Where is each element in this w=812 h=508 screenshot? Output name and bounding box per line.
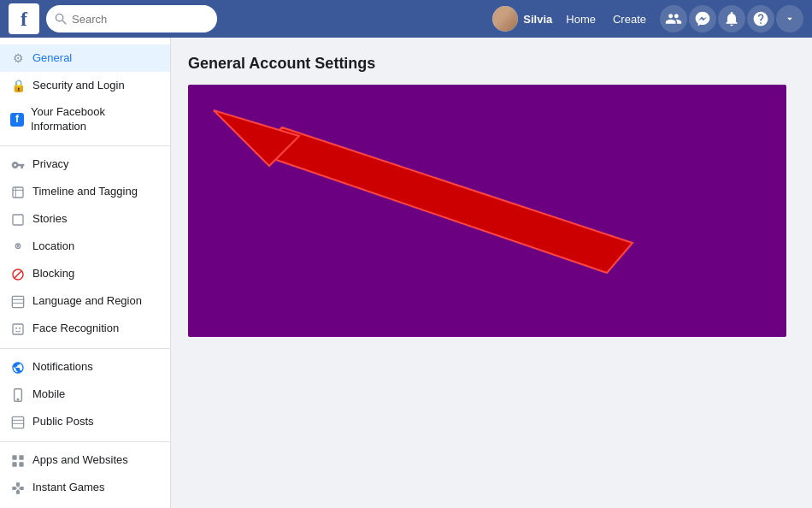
sidebar-divider-3 <box>0 441 170 442</box>
sidebar-item-language[interactable]: Language and Region <box>0 288 170 316</box>
svg-rect-20 <box>19 455 23 459</box>
notifications-icon[interactable] <box>718 5 745 32</box>
globe-icon <box>10 360 26 375</box>
games-icon <box>10 481 26 496</box>
top-navigation: f Silvia Home Create <box>0 0 812 38</box>
user-name: Silvia <box>523 13 552 26</box>
sidebar-item-location[interactable]: Location <box>0 233 170 261</box>
sidebar-item-mobile[interactable]: Mobile <box>0 381 170 409</box>
search-bar[interactable] <box>46 5 217 32</box>
sidebar-item-label: Location <box>32 239 74 254</box>
main-content: General Account Settings <box>171 38 812 508</box>
sidebar-item-stories[interactable]: Stories <box>0 206 170 233</box>
sidebar-item-label: Your Facebook Information <box>31 105 160 134</box>
sidebar-item-timeline[interactable]: Timeline and Tagging <box>0 179 170 206</box>
apps-icon <box>10 453 26 469</box>
facebook-logo[interactable]: f <box>9 3 39 34</box>
sidebar-item-label: General <box>32 51 72 66</box>
location-icon <box>10 239 26 255</box>
page-layout: ⚙ General 🔒 Security and Login f Your Fa… <box>0 38 812 508</box>
svg-rect-22 <box>19 462 23 466</box>
nav-links: Home Create <box>559 9 653 29</box>
language-icon <box>10 294 26 310</box>
lock-icon: 🔒 <box>10 78 26 93</box>
sidebar-item-label: Timeline and Tagging <box>32 185 138 199</box>
red-arrow <box>188 85 786 337</box>
topnav-icons <box>660 5 803 32</box>
user-profile-nav[interactable]: Silvia <box>492 6 552 32</box>
svg-point-13 <box>19 327 21 328</box>
sidebar-item-label: Mobile <box>32 387 65 402</box>
sidebar-item-label: Privacy <box>32 157 69 172</box>
sidebar-item-apps[interactable]: Apps and Websites <box>0 447 170 475</box>
svg-point-12 <box>15 327 17 328</box>
sidebar-divider-1 <box>0 145 170 146</box>
svg-point-0 <box>56 14 62 21</box>
facebook-info-icon: f <box>10 113 24 127</box>
svg-rect-2 <box>13 187 23 198</box>
avatar <box>492 6 518 32</box>
sidebar-item-instant-games[interactable]: Instant Games <box>0 475 170 502</box>
sidebar-item-label: Face Recognition <box>32 322 119 336</box>
svg-point-7 <box>17 245 18 246</box>
account-menu-icon[interactable] <box>776 5 803 32</box>
svg-rect-16 <box>12 416 23 428</box>
sidebar-item-business[interactable]: Business Integrations <box>0 502 170 508</box>
content-area <box>188 85 786 337</box>
svg-rect-19 <box>12 455 16 459</box>
svg-rect-11 <box>13 324 23 334</box>
svg-rect-8 <box>12 296 23 307</box>
blocking-icon <box>10 267 26 282</box>
sidebar-item-blocking[interactable]: Blocking <box>0 261 170 288</box>
search-input[interactable] <box>72 13 200 26</box>
sidebar-item-public-posts[interactable]: Public Posts <box>0 409 170 436</box>
fb-letter: f <box>21 8 27 31</box>
sidebar-item-general[interactable]: ⚙ General <box>0 44 170 72</box>
svg-line-1 <box>62 21 66 24</box>
sidebar-item-label: Blocking <box>32 267 74 281</box>
sidebar-item-label: Instant Games <box>32 481 105 495</box>
page-title: General Account Settings <box>188 55 795 73</box>
svg-marker-31 <box>214 110 299 166</box>
svg-marker-30 <box>256 127 633 273</box>
sidebar-item-label: Security and Login <box>32 79 125 93</box>
messenger-icon[interactable] <box>689 5 716 32</box>
sidebar-item-privacy[interactable]: Privacy <box>0 151 170 179</box>
svg-rect-5 <box>13 215 23 225</box>
mobile-icon <box>10 387 26 403</box>
home-link[interactable]: Home <box>559 9 603 29</box>
key-icon <box>10 157 26 173</box>
sidebar-item-label: Public Posts <box>32 415 94 429</box>
sidebar-divider-2 <box>0 348 170 349</box>
settings-sidebar: ⚙ General 🔒 Security and Login f Your Fa… <box>0 38 171 508</box>
face-recognition-icon <box>10 322 26 337</box>
friends-icon[interactable] <box>660 5 687 32</box>
sidebar-item-fb-info[interactable]: f Your Facebook Information <box>0 99 170 140</box>
sidebar-item-security[interactable]: 🔒 Security and Login <box>0 72 170 99</box>
sidebar-item-face[interactable]: Face Recognition <box>0 316 170 343</box>
sidebar-item-label: Language and Region <box>32 294 142 309</box>
help-icon[interactable] <box>747 5 774 32</box>
timeline-icon <box>10 185 26 200</box>
svg-point-15 <box>17 399 18 399</box>
sidebar-item-notifications[interactable]: Notifications <box>0 354 170 381</box>
search-icon <box>55 13 67 25</box>
svg-rect-21 <box>12 462 16 466</box>
public-posts-icon <box>10 415 26 430</box>
sidebar-item-label: Stories <box>32 212 67 227</box>
sidebar-item-label: Notifications <box>32 360 93 375</box>
stories-icon <box>10 212 26 227</box>
sidebar-item-label: Apps and Websites <box>32 453 128 468</box>
create-link[interactable]: Create <box>606 9 653 29</box>
gear-icon: ⚙ <box>10 50 26 66</box>
